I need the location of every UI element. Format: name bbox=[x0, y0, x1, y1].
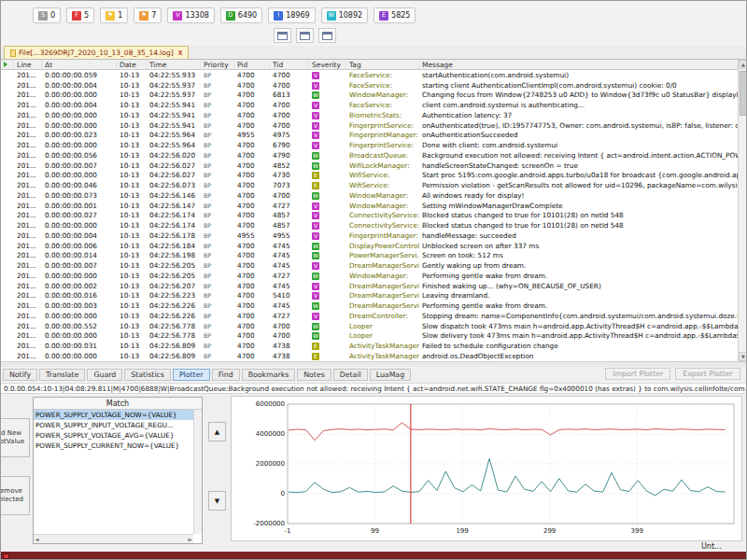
severity-badge-icon: E bbox=[379, 11, 388, 21]
column-header-tid[interactable]: Tid bbox=[270, 60, 309, 69]
log-cell: 4857 bbox=[270, 211, 309, 219]
column-header-date[interactable]: Date bbox=[117, 60, 147, 69]
match-list-item[interactable]: POWER_SUPPLY_VOLTAGE_NOW={VALUE} bbox=[34, 410, 193, 420]
tab-notes[interactable]: Notes bbox=[297, 369, 331, 381]
log-table-header: LineΔtDateTimePriorityPidTidSeverityTagM… bbox=[1, 60, 738, 70]
log-cell: FingerprintService: bbox=[346, 121, 419, 130]
y-tick-label: 2000000 bbox=[256, 460, 285, 468]
severity-badge-icon: W bbox=[312, 192, 319, 200]
tab-guard[interactable]: Guard bbox=[87, 369, 122, 381]
log-cell: 04:22:56.778 bbox=[147, 322, 201, 330]
log-cell: 10-13 bbox=[117, 352, 147, 360]
log-row[interactable]: 201...0.00:00:00.05910-1304:22:55.933BP4… bbox=[1, 70, 738, 80]
severity-filter-flag2[interactable]: ⚑1 bbox=[100, 7, 128, 23]
log-row[interactable]: 201...0.00:00:00.55210-1304:22:56.778BP4… bbox=[1, 321, 738, 331]
severity-filter-f[interactable]: F5 bbox=[66, 7, 94, 23]
tab-plotter[interactable]: Plotter bbox=[173, 369, 210, 381]
log-cell: W bbox=[309, 272, 346, 280]
log-cell: V bbox=[309, 101, 346, 109]
layout-windows-icon[interactable] bbox=[318, 28, 336, 43]
remove-selected-button[interactable]: emove elected bbox=[0, 476, 30, 515]
log-row[interactable]: 201...0.00:00:00.00010-1304:22:55.941BP4… bbox=[1, 110, 738, 120]
match-list-item[interactable]: POWER_SUPPLY_INPUT_VOLTAGE_REGU... bbox=[34, 420, 193, 430]
log-cell: BP bbox=[201, 192, 234, 199]
column-header-priority[interactable]: Priority bbox=[201, 60, 234, 69]
log-cell: 4852 bbox=[270, 161, 309, 170]
tab-detail[interactable]: Detail bbox=[333, 369, 368, 381]
column-header-severity[interactable]: Severity bbox=[309, 60, 346, 69]
tab-statistics[interactable]: Statistics bbox=[124, 369, 171, 381]
log-row[interactable]: 201...0.00:00:00.00710-1304:22:56.205BP4… bbox=[1, 260, 738, 271]
log-cell: WindowManager: bbox=[346, 202, 419, 210]
log-row[interactable]: 201...0.00:00:00.02710-1304:22:56.174BP4… bbox=[1, 211, 738, 221]
log-row[interactable]: 201...0.00:00:00.00010-1304:22:56.778BP4… bbox=[1, 331, 738, 342]
match-list-item[interactable]: POWER_SUPPLY_VOLTAGE_AVG={VALUE} bbox=[34, 430, 193, 441]
log-row[interactable]: 201...0.00:00:00.03110-1304:22:56.809BP4… bbox=[1, 341, 738, 351]
move-up-button[interactable]: ▲ bbox=[208, 422, 226, 441]
log-table-scrollbar[interactable]: ▲ ▼ bbox=[738, 60, 747, 361]
log-row[interactable]: 201...0.00:00:00.01610-1304:22:56.223BP4… bbox=[1, 291, 738, 301]
log-row[interactable]: 201...0.00:00:00.00010-1304:22:56.226BP4… bbox=[1, 311, 738, 321]
add-plotvalue-button[interactable]: d New lotValue bbox=[0, 418, 30, 457]
log-row[interactable]: 201...0.00:00:00.00210-1304:22:56.207BP4… bbox=[1, 281, 738, 291]
log-row[interactable]: 201...0.00:00:00.05610-1304:22:56.020BP4… bbox=[1, 150, 738, 161]
tab-luamag[interactable]: LuaMag bbox=[370, 369, 411, 381]
plot-area[interactable]: 6000000400000020000000-2000000-199199299… bbox=[231, 396, 742, 541]
column-header-pid[interactable]: Pid bbox=[234, 60, 270, 69]
tab-close-icon[interactable]: x bbox=[178, 49, 183, 57]
move-down-button[interactable]: ▼ bbox=[208, 491, 226, 511]
scroll-right-icon[interactable]: ► bbox=[188, 536, 192, 542]
log-row[interactable]: 201...0.00:00:00.00010-1304:22:55.964BP4… bbox=[1, 140, 738, 150]
import-plotter-button[interactable]: Import Plotter bbox=[605, 368, 670, 380]
scroll-left-icon[interactable]: ◄ bbox=[35, 536, 39, 542]
log-row[interactable]: 201...0.00:00:00.00610-1304:22:56.184BP4… bbox=[1, 241, 738, 251]
log-row[interactable]: 201...0.00:00:00.02310-1304:22:55.964BP4… bbox=[1, 131, 738, 141]
log-row[interactable]: 201...0.00:00:00.00310-1304:22:56.226BP4… bbox=[1, 301, 738, 311]
severity-badge-icon: V bbox=[312, 313, 319, 320]
column-header-message[interactable]: Message bbox=[419, 60, 738, 69]
log-row[interactable]: 201...0.00:00:00.00010-1304:22:56.809BP4… bbox=[1, 351, 738, 361]
tab-translate[interactable]: Translate bbox=[39, 369, 85, 381]
scrollbar-thumb[interactable] bbox=[740, 71, 747, 116]
severity-filter-i[interactable]: I18969 bbox=[268, 7, 315, 23]
column-header-time[interactable]: Time bbox=[147, 60, 201, 69]
tab-bookmarks[interactable]: Bookmarks bbox=[242, 369, 296, 381]
scroll-up-icon[interactable]: ▲ bbox=[739, 60, 747, 69]
tab-notify[interactable]: Notify bbox=[3, 369, 37, 381]
column-header-line[interactable]: Line bbox=[14, 60, 42, 69]
severity-filter-s[interactable]: S0 bbox=[33, 7, 61, 23]
log-row[interactable]: 201...0.00:00:00.00010-1304:22:56.027BP4… bbox=[1, 171, 738, 181]
log-cell: 4700 bbox=[234, 91, 270, 99]
log-row[interactable]: 201...0.00:00:00.00410-1304:22:55.941BP4… bbox=[1, 100, 738, 110]
match-list-item[interactable]: POWER_SUPPLY_CURRENT_NOW={VALUE} bbox=[34, 441, 193, 451]
column-header-tag[interactable]: Tag bbox=[346, 60, 419, 69]
log-row[interactable]: 201...0.00:00:00.00010-1304:22:56.205BP4… bbox=[1, 271, 738, 281]
log-row[interactable]: 201...0.00:00:00.00410-1304:22:56.178BP4… bbox=[1, 231, 738, 241]
log-row[interactable]: 201...0.00:00:00.00110-1304:22:56.147BP4… bbox=[1, 201, 738, 211]
tile-windows-icon[interactable] bbox=[274, 28, 291, 43]
export-plotter-button[interactable]: Export Plotter bbox=[675, 368, 740, 380]
severity-filter-flag3[interactable]: ⚑7 bbox=[134, 7, 162, 23]
log-row[interactable]: 201...0.00:00:00.01410-1304:22:56.198BP4… bbox=[1, 251, 738, 261]
log-row[interactable]: 201...0.00:00:00.00410-1304:22:55.937BP4… bbox=[1, 80, 738, 91]
log-row[interactable]: 201...0.00:00:00.00010-1304:22:56.174BP4… bbox=[1, 220, 738, 231]
file-tab[interactable]: File[...3269DRJ7_2020_10_13_08_35_14.log… bbox=[4, 46, 189, 59]
log-cell: 201... bbox=[14, 352, 42, 360]
match-list-vscrollbar[interactable] bbox=[193, 410, 202, 534]
cascade-windows-icon[interactable] bbox=[296, 28, 314, 43]
column-header-t[interactable]: Δt bbox=[42, 60, 117, 69]
log-row[interactable]: 201...0.00:00:00.07310-1304:22:56.146BP4… bbox=[1, 190, 738, 201]
match-list-hscrollbar[interactable]: ◄ ► bbox=[34, 534, 193, 543]
log-cell: 201... bbox=[14, 141, 42, 149]
severity-filter-e[interactable]: E5825 bbox=[374, 7, 416, 23]
severity-filter-w[interactable]: W10892 bbox=[321, 7, 368, 23]
log-row[interactable]: 201...0.00:00:00.00010-1304:22:55.937BP4… bbox=[1, 91, 738, 101]
log-row[interactable]: 201...0.00:00:00.04610-1304:22:56.073BP4… bbox=[1, 180, 738, 190]
log-row[interactable]: 201...0.00:00:00.00710-1304:22:56.027BP4… bbox=[1, 161, 738, 171]
scroll-down-icon[interactable]: ▼ bbox=[739, 352, 747, 361]
severity-filter-v[interactable]: V13308 bbox=[167, 7, 214, 23]
tab-find[interactable]: Find bbox=[212, 369, 240, 381]
log-row[interactable]: 201...0.00:00:00.00010-1304:22:55.941BP4… bbox=[1, 120, 738, 131]
marker-column-header[interactable] bbox=[1, 60, 14, 69]
severity-filter-d[interactable]: D6490 bbox=[220, 7, 262, 23]
